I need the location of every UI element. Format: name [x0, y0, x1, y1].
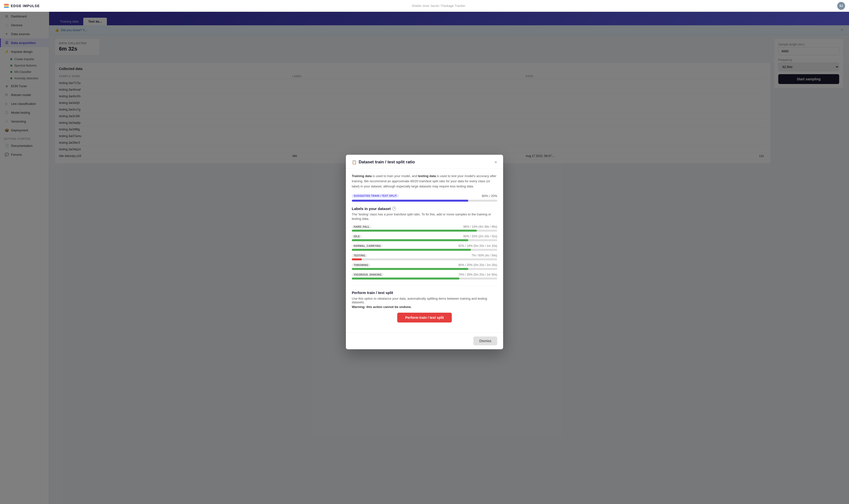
modal-header: 📋 Dataset train / test split ratio ×: [346, 155, 503, 169]
perform-section: Perform train / test split Use this opti…: [352, 285, 497, 323]
perform-description: Use this option to rebalance your data, …: [352, 297, 497, 304]
logo-icon: [4, 4, 9, 8]
label-row-idle: IDLE 80% / 20% (2m 10s / 32s): [352, 235, 497, 241]
modal-footer: Dismiss: [346, 332, 503, 349]
split-header: SUGGESTED TRAIN / TEST SPLIT 80% / 20%: [352, 194, 497, 198]
suggested-split-section: SUGGESTED TRAIN / TEST SPLIT 80% / 20%: [352, 194, 497, 202]
suggested-split-bar: [352, 200, 497, 202]
label-stats: 86% / 14% (4m 38s / 46s): [463, 225, 497, 229]
suggested-split-fill: [352, 200, 468, 202]
app-title: EDGE IMPULSE: [11, 4, 40, 8]
suggested-split-badge: SUGGESTED TRAIN / TEST SPLIT: [352, 194, 399, 198]
label-row-normal-carrying: NORMAL_CARRYING 82% / 18% (5m 20s / 1m 1…: [352, 244, 497, 251]
suggested-split-percent: 80% / 20%: [482, 194, 497, 198]
label-bar-fill: [352, 268, 468, 270]
modal-close-button[interactable]: ×: [494, 160, 497, 165]
modal: 📋 Dataset train / test split ratio × Tra…: [346, 155, 503, 349]
avatar[interactable]: SJ: [837, 2, 845, 10]
label-bar-fill: [352, 277, 459, 280]
label-bar-fill: [352, 230, 477, 232]
label-tag: NORMAL_CARRYING: [352, 244, 383, 248]
label-stats: 7% / 93% (4s / 54s): [471, 254, 497, 257]
labels-subtitle: The 'testing' class has a poor train/tes…: [352, 212, 497, 221]
modal-description: Training data is used to train your mode…: [352, 174, 497, 189]
logo-container: EDGE IMPULSE: [4, 4, 40, 8]
label-stats: 80% / 20% (2m 10s / 32s): [463, 235, 497, 238]
label-tag: HARD_FALL: [352, 225, 372, 229]
label-row-hard-fall: HARD_FALL 86% / 14% (4m 38s / 46s): [352, 225, 497, 232]
label-tag: VIGOROUS_SHAKING: [352, 273, 384, 276]
dismiss-button[interactable]: Dismiss: [473, 337, 497, 345]
info-icon: ?: [392, 206, 396, 211]
label-tag: THROWING: [352, 263, 371, 267]
label-row-testing: TESTING 7% / 93% (4s / 54s): [352, 254, 497, 260]
label-row-throwing: THROWING 80% / 20% (5m 20s / 1m 20s): [352, 263, 497, 270]
label-stats: 80% / 20% (5m 20s / 1m 20s): [458, 263, 497, 267]
labels-section: Labels in your dataset ? The 'testing' c…: [352, 206, 497, 280]
modal-body: Training data is used to train your mode…: [346, 169, 503, 332]
labels-title: Labels in your dataset ?: [352, 206, 497, 211]
label-tag: IDLE: [352, 235, 362, 238]
user-name: Shebin Jose Jacob: [412, 4, 439, 7]
label-tag: TESTING: [352, 254, 367, 257]
header-breadcrumb: Shebin Jose Jacob / Package Tracker: [412, 4, 465, 7]
label-stats: 74% / 26% (5m 20s / 1m 50s): [458, 273, 497, 276]
dataset-icon: 📋: [352, 160, 357, 165]
perform-title: Perform train / test split: [352, 291, 497, 295]
perform-train-test-split-button[interactable]: Perform train / test split: [397, 313, 452, 323]
modal-title: 📋 Dataset train / test split ratio: [352, 160, 415, 165]
label-bar-fill: [352, 258, 362, 260]
project-name: Package Tracker: [441, 4, 465, 7]
label-bar-fill: [352, 249, 471, 251]
label-row-vigorous-shaking: VIGOROUS_SHAKING 74% / 26% (5m 20s / 1m …: [352, 273, 497, 280]
label-stats: 82% / 18% (5m 20s / 1m 10s): [458, 244, 497, 248]
modal-overlay: 📋 Dataset train / test split ratio × Tra…: [0, 0, 849, 504]
label-bar-fill: [352, 239, 468, 241]
app-header: EDGE IMPULSE Shebin Jose Jacob / Package…: [0, 0, 849, 12]
perform-warning: Warning: this action cannot be undone.: [352, 305, 497, 309]
